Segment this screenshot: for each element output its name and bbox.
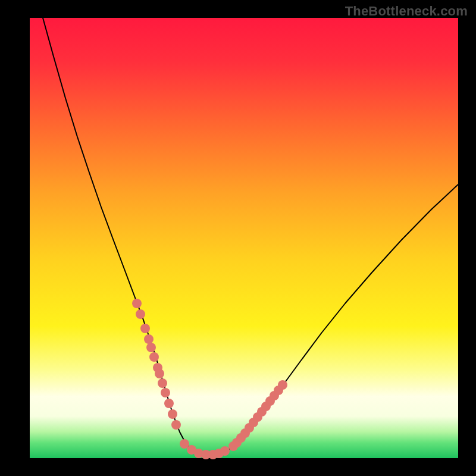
marker xyxy=(168,409,177,419)
marker xyxy=(144,334,154,344)
marker xyxy=(155,369,164,378)
marker xyxy=(146,343,156,352)
marker xyxy=(149,352,159,362)
marker xyxy=(136,309,145,319)
marker xyxy=(220,446,230,456)
marker xyxy=(164,399,174,408)
marker xyxy=(140,324,150,333)
chart-frame: TheBottleneck.com xyxy=(0,0,476,476)
marker xyxy=(278,380,287,390)
marker xyxy=(132,299,142,308)
plot-background xyxy=(30,18,458,458)
marker xyxy=(161,388,170,397)
marker xyxy=(158,378,167,388)
marker xyxy=(171,420,181,430)
bottleneck-chart xyxy=(0,0,476,476)
